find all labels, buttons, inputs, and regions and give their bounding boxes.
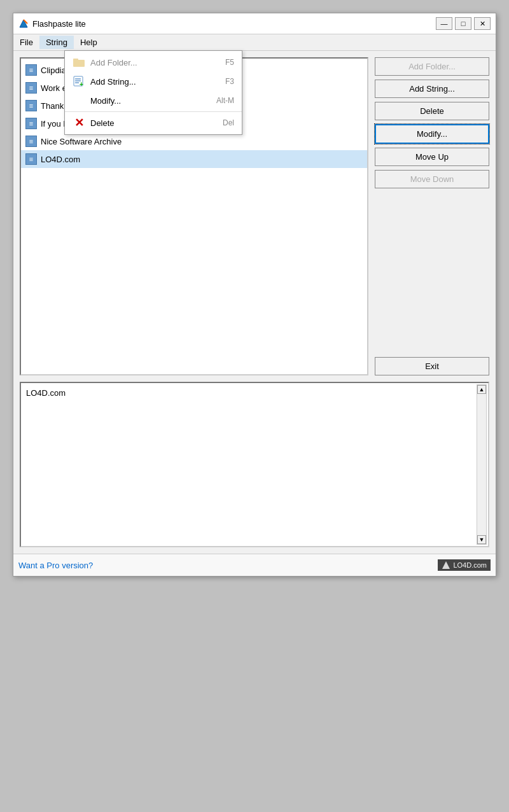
- svg-text:+: +: [80, 81, 83, 87]
- preview-text: LO4D.com: [26, 388, 66, 398]
- menu-help[interactable]: Help: [74, 36, 104, 49]
- app-icon: [18, 18, 29, 29]
- maximize-button[interactable]: □: [455, 17, 471, 30]
- move-down-button[interactable]: Move Down: [375, 170, 489, 188]
- close-button[interactable]: ✕: [474, 17, 491, 30]
- svg-marker-0: [20, 20, 27, 27]
- delete-icon: ✕: [73, 116, 85, 129]
- menu-bar: File String Help Add Folder... F5: [13, 34, 496, 51]
- title-bar-left: Flashpaste lite: [18, 18, 86, 29]
- list-item[interactable]: Nice Software Archive: [21, 132, 367, 150]
- right-panel: Add Folder... Add String... Delete Modif…: [375, 57, 489, 375]
- list-item-selected[interactable]: LO4D.com: [21, 150, 367, 168]
- string-dropdown-menu: Add Folder... F5 + Add String... F3: [64, 50, 242, 135]
- add-string-icon: +: [73, 75, 85, 88]
- scroll-down-arrow[interactable]: ▼: [477, 535, 486, 544]
- exit-button[interactable]: Exit: [375, 357, 489, 375]
- add-string-button[interactable]: Add String...: [375, 80, 489, 98]
- folder-icon: [73, 56, 85, 69]
- preview-panel: LO4D.com ▲ ▼: [20, 382, 489, 547]
- menu-string[interactable]: String: [39, 36, 74, 49]
- move-up-button[interactable]: Move Up: [375, 148, 489, 166]
- svg-marker-9: [442, 561, 450, 569]
- main-window: Flashpaste lite — □ ✕ File String Help: [13, 13, 496, 577]
- promo-bar: Want a Pro version? LO4D.com: [13, 554, 496, 576]
- list-item-icon: [25, 100, 37, 111]
- preview-scrollbar: ▲ ▼: [477, 384, 487, 545]
- dropdown-delete[interactable]: ✕ Delete Del: [65, 113, 242, 132]
- list-item-icon: [25, 118, 37, 129]
- window-title: Flashpaste lite: [32, 19, 86, 29]
- delete-button[interactable]: Delete: [375, 102, 489, 120]
- list-item-icon: [25, 136, 37, 147]
- list-item-icon: [25, 64, 37, 76]
- spacer: [375, 192, 489, 353]
- modify-button[interactable]: Modify...: [375, 124, 489, 144]
- minimize-button[interactable]: —: [436, 17, 452, 30]
- title-bar-controls: — □ ✕: [436, 17, 491, 30]
- dropdown-separator: [65, 111, 242, 112]
- promo-link[interactable]: Want a Pro version?: [18, 561, 93, 570]
- dropdown-add-string[interactable]: + Add String... F3: [65, 72, 242, 91]
- title-bar: Flashpaste lite — □ ✕: [13, 13, 496, 34]
- dropdown-modify[interactable]: Modify... Alt-M: [65, 91, 242, 110]
- dropdown-add-folder[interactable]: Add Folder... F5: [65, 53, 242, 72]
- menu-file[interactable]: File: [13, 36, 39, 49]
- lo4d-logo-icon: [442, 561, 450, 570]
- add-folder-button[interactable]: Add Folder...: [375, 57, 489, 76]
- svg-rect-3: [73, 59, 78, 61]
- list-item-icon: [25, 82, 37, 94]
- promo-logo: LO4D.com: [438, 559, 491, 571]
- modify-icon: [73, 94, 85, 107]
- scroll-up-arrow[interactable]: ▲: [477, 385, 486, 394]
- list-item-icon: [25, 153, 37, 165]
